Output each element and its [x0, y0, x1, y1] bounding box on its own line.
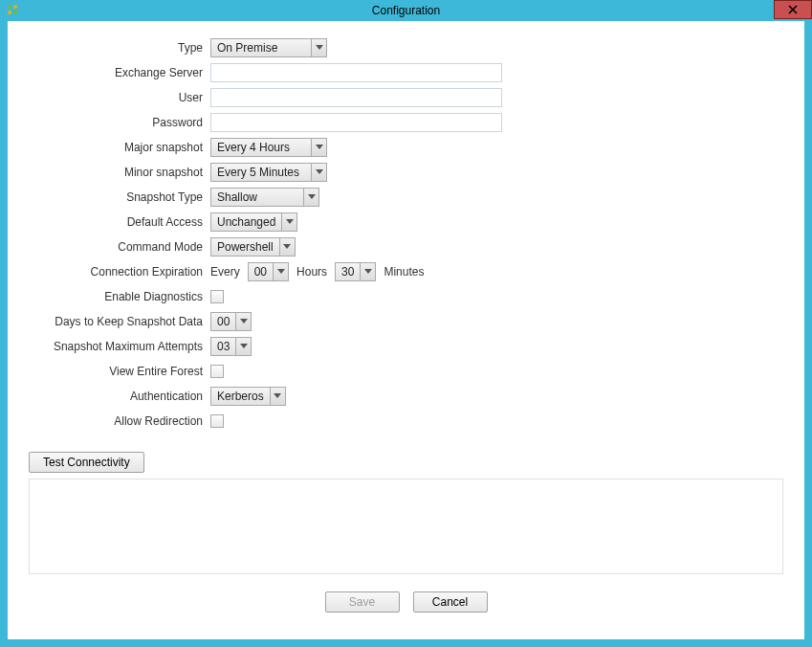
- snapshot-type-value: Shallow: [211, 189, 303, 206]
- exchange-server-label: Exchange Server: [29, 66, 210, 79]
- password-label: Password: [29, 116, 210, 129]
- connection-expiration-hours-value: 00: [249, 263, 273, 280]
- days-keep-snapshot-dropdown[interactable]: 00: [210, 312, 252, 331]
- chevron-down-icon: [311, 39, 326, 56]
- major-snapshot-label: Major snapshot: [29, 141, 210, 154]
- allow-redirection-label: Allow Redirection: [29, 414, 210, 428]
- connection-expiration-minutes-value: 30: [336, 263, 360, 280]
- chevron-down-icon: [281, 213, 296, 231]
- user-input[interactable]: [210, 88, 502, 107]
- authentication-value: Kerberos: [211, 388, 270, 405]
- chevron-down-icon: [360, 263, 375, 280]
- connection-expiration-minutes-label: Minutes: [376, 265, 431, 279]
- svg-point-3: [13, 11, 17, 14]
- user-label: User: [29, 91, 210, 104]
- type-label: Type: [29, 41, 210, 55]
- default-access-dropdown[interactable]: Unchanged: [210, 212, 297, 232]
- authentication-label: Authentication: [29, 390, 210, 403]
- snapshot-type-dropdown[interactable]: Shallow: [210, 188, 319, 207]
- close-button[interactable]: [774, 0, 812, 19]
- app-icon: [6, 3, 19, 19]
- svg-point-2: [8, 11, 11, 14]
- type-dropdown[interactable]: On Premise: [210, 38, 327, 57]
- enable-diagnostics-checkbox[interactable]: [210, 290, 224, 303]
- connection-expiration-label: Connection Expiration: [29, 265, 210, 279]
- connection-expiration-minutes-dropdown[interactable]: 30: [335, 262, 376, 281]
- minor-snapshot-label: Minor snapshot: [29, 166, 210, 179]
- allow-redirection-checkbox[interactable]: [210, 414, 224, 428]
- major-snapshot-dropdown[interactable]: Every 4 Hours: [210, 138, 327, 157]
- major-snapshot-value: Every 4 Hours: [211, 139, 311, 156]
- content-panel: Type On Premise Exchange Server User Pas…: [8, 21, 804, 639]
- chevron-down-icon: [279, 238, 295, 256]
- days-keep-snapshot-label: Days to Keep Snapshot Data: [29, 315, 210, 328]
- snapshot-max-attempts-value: 03: [211, 338, 235, 355]
- snapshot-max-attempts-label: Snapshot Maximum Attempts: [29, 340, 210, 353]
- default-access-value: Unchanged: [211, 213, 281, 231]
- command-mode-value: Powershell: [211, 238, 279, 256]
- password-input[interactable]: [210, 113, 502, 132]
- chevron-down-icon: [235, 313, 251, 330]
- minor-snapshot-value: Every 5 Minutes: [211, 164, 311, 181]
- test-connectivity-button[interactable]: Test Connectivity: [29, 452, 144, 473]
- chevron-down-icon: [270, 388, 285, 405]
- svg-point-1: [13, 5, 17, 9]
- close-icon: [788, 5, 798, 14]
- cancel-button[interactable]: Cancel: [413, 591, 488, 613]
- svg-point-0: [8, 5, 11, 9]
- output-textbox[interactable]: [29, 479, 783, 574]
- save-button[interactable]: Save: [325, 591, 400, 613]
- titlebar: Configuration: [0, 0, 812, 21]
- connection-expiration-prefix: Every: [210, 265, 248, 279]
- chevron-down-icon: [311, 164, 326, 181]
- default-access-label: Default Access: [29, 215, 210, 229]
- command-mode-dropdown[interactable]: Powershell: [210, 237, 296, 257]
- authentication-dropdown[interactable]: Kerberos: [210, 387, 286, 406]
- connection-expiration-hours-label: Hours: [289, 265, 335, 279]
- enable-diagnostics-label: Enable Diagnostics: [29, 290, 210, 303]
- snapshot-max-attempts-dropdown[interactable]: 03: [210, 337, 252, 356]
- view-entire-forest-label: View Entire Forest: [29, 365, 210, 378]
- chevron-down-icon: [273, 263, 288, 280]
- chevron-down-icon: [303, 189, 318, 206]
- days-keep-snapshot-value: 00: [211, 313, 235, 330]
- snapshot-type-label: Snapshot Type: [29, 190, 210, 204]
- window-title: Configuration: [0, 4, 812, 17]
- command-mode-label: Command Mode: [29, 240, 210, 254]
- exchange-server-input[interactable]: [210, 63, 502, 82]
- chevron-down-icon: [235, 338, 251, 355]
- type-value: On Premise: [211, 39, 311, 56]
- chevron-down-icon: [311, 139, 326, 156]
- minor-snapshot-dropdown[interactable]: Every 5 Minutes: [210, 163, 327, 182]
- view-entire-forest-checkbox[interactable]: [210, 365, 224, 378]
- connection-expiration-hours-dropdown[interactable]: 00: [248, 262, 289, 281]
